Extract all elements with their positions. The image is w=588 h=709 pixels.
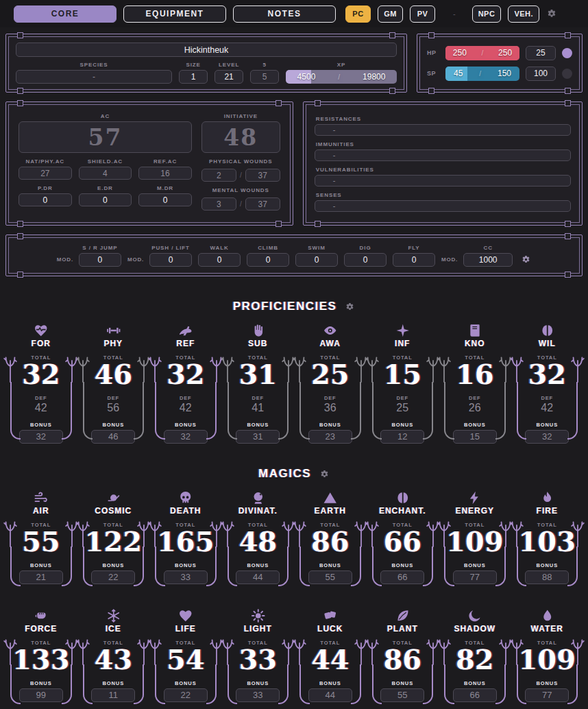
movement-field-input[interactable]: 0 [295, 253, 338, 267]
movement-field-input[interactable]: 0 [149, 253, 192, 267]
physical-wounds-current[interactable]: 2 [201, 169, 236, 182]
hp-slash: / [482, 49, 484, 57]
sub-stat-input[interactable]: 4 [79, 167, 132, 180]
movement-field-label: DIG [344, 245, 387, 251]
magic-bonus-input[interactable]: 66 [380, 570, 424, 584]
defense-field-input[interactable]: - [315, 149, 571, 161]
defense-field-input[interactable]: - [315, 200, 571, 212]
nav-right-button[interactable]: VEH. [508, 5, 539, 23]
xp-bar[interactable]: 4500 / 19800 [286, 70, 397, 84]
sp-bar[interactable]: 45 / 150 [445, 67, 519, 81]
leaf-icon [369, 608, 437, 623]
defense-field-label: RESISTANCES [316, 116, 571, 122]
proficiency-bonus-input[interactable]: 32 [19, 430, 63, 444]
proficiency-bonus-input[interactable]: 32 [525, 430, 569, 444]
magic-bonus-input[interactable]: 77 [525, 688, 569, 702]
proficiency-card: REF TOTAL 32 DEF 42 BONUS 32 [151, 323, 220, 446]
magic-bonus-input[interactable]: 22 [164, 688, 208, 702]
gear-icon[interactable] [319, 469, 330, 479]
proficiency-bonus-input[interactable]: 46 [91, 430, 135, 444]
hp-label: HP [427, 49, 439, 56]
defense-field-input[interactable]: - [315, 175, 571, 187]
droplet-icon [513, 608, 582, 623]
nav-mode-button[interactable]: PV [410, 5, 435, 23]
magic-bonus-input[interactable]: 99 [19, 688, 63, 702]
proficiency-bonus-input[interactable]: 23 [308, 430, 352, 444]
size-input[interactable]: 1 [179, 70, 208, 84]
nav-tab[interactable]: EQUIPMENT [123, 5, 226, 23]
defense-field-input[interactable]: - [315, 124, 571, 136]
bonus-label: BONUS [513, 562, 582, 568]
magic-bonus-input[interactable]: 33 [236, 688, 280, 702]
bonus-label: BONUS [369, 422, 437, 428]
proficiency-bonus-input[interactable]: 12 [380, 430, 424, 444]
proficiency-label: REF [151, 339, 220, 348]
magic-bonus-input[interactable]: 21 [19, 570, 63, 584]
magic-card: FORCE TOTAL 133 BONUS 99 [7, 608, 75, 709]
magic-bonus-input[interactable]: 55 [308, 570, 352, 584]
magic-bonus-input[interactable]: 66 [453, 688, 497, 702]
gear-icon[interactable] [521, 254, 531, 265]
sub-stat-input[interactable]: 16 [138, 167, 192, 180]
nav-tab[interactable]: NOTES [233, 5, 336, 23]
magic-bonus-input[interactable]: 44 [308, 688, 352, 702]
character-name-input[interactable]: Hickintheuk [16, 43, 397, 57]
magic-label: ENCHANT. [369, 506, 437, 516]
hp-temp-input[interactable]: 25 [526, 46, 556, 60]
magics-cards-row2: FORCE TOTAL 133 BONUS 99 ICE TOTAL 43 BO… [0, 608, 588, 709]
hp-bar[interactable]: 250 / 250 [445, 46, 519, 60]
gear-icon[interactable] [546, 8, 557, 19]
nav-tabs: COREEQUIPMENTNOTES [14, 5, 336, 23]
magic-bonus-input[interactable]: 22 [91, 570, 135, 584]
species-input[interactable]: - [16, 70, 172, 84]
nav-mode-button[interactable]: PC [345, 5, 371, 23]
proficiency-bonus-input[interactable]: 32 [164, 430, 208, 444]
proficiency-bonus-input[interactable]: 15 [453, 430, 497, 444]
magic-bonus-input[interactable]: 11 [91, 688, 135, 702]
sp-temp-input[interactable]: 100 [526, 67, 556, 81]
movement-fields: MOD. S / R JUMP 0 MOD. PUSH / LIFT 0 [57, 245, 513, 267]
mental-wounds-current[interactable]: 3 [201, 197, 236, 211]
dr-stat-label: E.DR [79, 185, 132, 191]
movement-field-input[interactable]: 0 [393, 253, 435, 267]
mental-wounds-max[interactable]: 37 [245, 197, 280, 211]
level-input[interactable]: 21 [215, 70, 243, 84]
dr-stat-input[interactable]: 0 [138, 193, 192, 206]
nav-separator: - [453, 10, 456, 18]
magic-total: 109 [513, 646, 582, 674]
magic-card: AIR TOTAL 55 BONUS 21 [7, 490, 75, 593]
proficiency-label: INF [369, 339, 437, 348]
hp-toggle[interactable] [562, 48, 572, 58]
proficiency-def: 42 [151, 401, 220, 416]
physical-wounds-max[interactable]: 37 [245, 169, 280, 182]
magic-card: EARTH TOTAL 86 BONUS 55 [296, 490, 365, 593]
dr-stat-input[interactable]: 0 [79, 193, 132, 206]
sub-stat-input[interactable]: 27 [19, 167, 72, 180]
mental-wounds-slash: / [240, 200, 242, 208]
magic-bonus-input[interactable]: 77 [453, 570, 497, 584]
magic-label: PLANT [369, 624, 437, 634]
magic-card: PLANT TOTAL 86 BONUS 55 [369, 608, 437, 709]
magic-bonus-input[interactable]: 33 [164, 570, 208, 584]
nav-right-button[interactable]: NPC [472, 5, 502, 23]
magic-bonus-input[interactable]: 55 [380, 688, 424, 702]
xp-max: 19800 [363, 72, 385, 82]
sp-toggle[interactable] [562, 69, 572, 79]
nav-mode-button[interactable]: GM [378, 5, 403, 23]
gear-icon[interactable] [345, 302, 355, 312]
magic-bonus-input[interactable]: 44 [236, 570, 280, 584]
xp-label: XP [286, 62, 397, 68]
movement-field-input[interactable]: 1000 [463, 253, 513, 267]
proficiency-card: INF TOTAL 15 DEF 25 BONUS 12 [369, 323, 437, 446]
tier-input[interactable]: 5 [250, 70, 279, 84]
skull-icon [151, 490, 220, 505]
proficiency-label: PHY [79, 339, 148, 348]
magic-bonus-input[interactable]: 88 [525, 570, 569, 584]
movement-field-input[interactable]: 0 [198, 253, 241, 267]
movement-field-input[interactable]: 0 [344, 253, 387, 267]
nav-tab[interactable]: CORE [14, 5, 117, 23]
proficiency-bonus-input[interactable]: 31 [236, 430, 280, 444]
movement-field-input[interactable]: 0 [79, 253, 121, 267]
dr-stat-input[interactable]: 0 [19, 193, 72, 206]
movement-field-input[interactable]: 0 [247, 253, 289, 267]
